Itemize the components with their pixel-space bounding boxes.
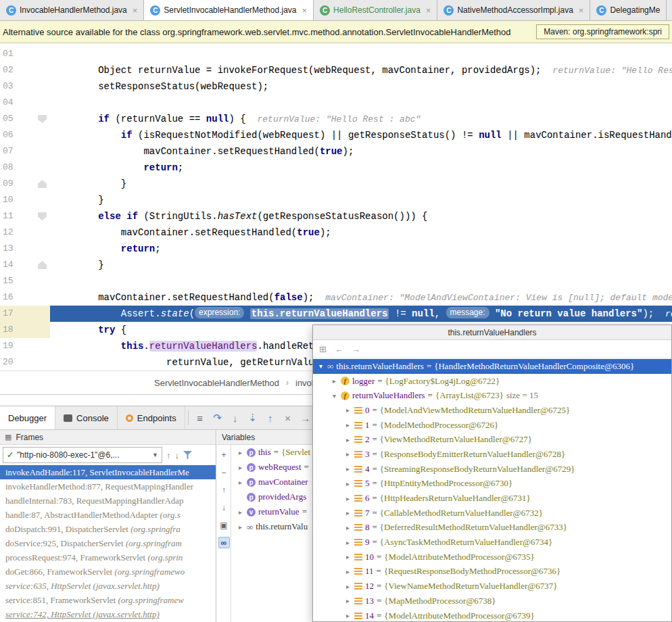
code-line[interactable]: 02 Object returnValue = invokeForRequest…: [0, 62, 672, 78]
popup-tree-row[interactable]: ▸13 = {MapMethodProcessor@6738}: [313, 594, 671, 608]
chevron-right-icon[interactable]: ▸: [344, 568, 352, 575]
drop-frame-icon[interactable]: ×: [279, 412, 297, 424]
editor-tab[interactable]: CHelloRestController.java×: [314, 0, 437, 20]
popup-tree-row[interactable]: ▸5 = {HttpEntityMethodProcessor@6730}: [313, 477, 671, 492]
stack-frame-row[interactable]: service:851, FrameworkServlet (org.sprin…: [0, 593, 216, 607]
popup-tree-row[interactable]: ▸9 = {AsyncTaskMethodReturnValueHandler@…: [313, 535, 671, 550]
editor-tab[interactable]: CNativeMethodAccessorImpl.java×: [437, 0, 590, 20]
code-line[interactable]: 11 else if (StringUtils.hasText(getRespo…: [0, 208, 672, 224]
code-line[interactable]: 04: [0, 95, 672, 111]
chevron-right-icon[interactable]: ▸: [344, 465, 352, 473]
popup-tree-row[interactable]: ▾∞this.returnValueHandlers = {HandlerMet…: [313, 359, 671, 374]
chevron-right-icon[interactable]: ▸: [344, 495, 352, 502]
step-out-icon[interactable]: ↑: [262, 412, 279, 424]
run-to-cursor-icon[interactable]: →: [297, 412, 314, 424]
step-over-icon[interactable]: ↷: [209, 412, 226, 424]
force-step-into-icon[interactable]: ⇣: [244, 412, 262, 424]
stack-frame-row[interactable]: doService:925, DispatcherServlet (org.sp…: [0, 536, 216, 550]
code-line[interactable]: 15: [0, 273, 672, 289]
code-line[interactable]: 09 }: [0, 176, 672, 192]
code-line[interactable]: 10 }: [0, 192, 672, 208]
editor-tab[interactable]: CServletInvocableHandlerMethod.java×: [144, 0, 314, 20]
popup-tree-row[interactable]: ▸3 = {ResponseBodyEmitterReturnValueHand…: [313, 447, 671, 462]
code-line[interactable]: 05 if (returnValue == null) { returnValu…: [0, 111, 672, 127]
chevron-right-icon[interactable]: ▸: [344, 406, 352, 414]
view-as-tree-icon[interactable]: ⊞: [319, 344, 327, 354]
stack-frame-row[interactable]: handle:87, AbstractHandlerMethodAdapter …: [0, 508, 216, 522]
popup-tree-row[interactable]: ▸1 = {ModelMethodProcessor@6726}: [313, 418, 671, 433]
thread-selector[interactable]: ✓ "http-nio-8080-exec-1"@6,... ▼: [3, 447, 162, 463]
popup-tree-row[interactable]: ▸7 = {CallableMethodReturnValueHandler@6…: [313, 506, 671, 521]
popup-tree-row[interactable]: ▸8 = {DeferredResultMethodReturnValueHan…: [313, 521, 671, 535]
popup-tree-row[interactable]: ▸6 = {HttpHeadersReturnValueHandler@6731…: [313, 491, 671, 506]
code-editor[interactable]: 0102 Object returnValue = invokeForReque…: [0, 43, 672, 370]
close-icon[interactable]: ×: [302, 5, 307, 16]
popup-tree-row[interactable]: ▾freturnValueHandlers = {ArrayList@6723}…: [313, 388, 671, 403]
chevron-right-icon[interactable]: ▸: [237, 508, 244, 516]
stack-frame-row[interactable]: service:635, HttpServlet (javax.servlet.…: [0, 579, 216, 593]
add-watch-icon[interactable]: +: [218, 449, 230, 460]
code-line[interactable]: 07 mavContainer.setRequestHandled(true);: [0, 143, 672, 160]
copy-icon[interactable]: ▣: [218, 519, 230, 531]
show-watches-icon[interactable]: ∞: [218, 537, 230, 548]
chevron-right-icon[interactable]: ▸: [344, 583, 352, 590]
stack-frame-row[interactable]: doDispatch:991, DispatcherServlet (org.s…: [0, 522, 216, 536]
popup-tree-row[interactable]: ▸11 = {RequestResponseBodyMethodProcesso…: [313, 565, 671, 579]
chevron-right-icon[interactable]: ▸: [344, 597, 352, 604]
chevron-right-icon[interactable]: ▸: [237, 464, 244, 471]
popup-tree-row[interactable]: ▸0 = {ModelAndViewMethodReturnValueHandl…: [313, 403, 671, 418]
popup-tree-row[interactable]: ▸flogger = {LogFactory$Log4jLog@6722}: [313, 374, 671, 389]
move-watch-down-icon[interactable]: ↓: [218, 502, 230, 513]
code-line[interactable]: 14 }: [0, 257, 672, 273]
chevron-right-icon[interactable]: ▸: [331, 377, 338, 385]
chevron-right-icon[interactable]: ▸: [344, 436, 352, 444]
chevron-right-icon[interactable]: ▸: [344, 524, 352, 531]
remove-watch-icon[interactable]: −: [218, 466, 230, 478]
editor-tab[interactable]: CDelegatingMe: [590, 0, 667, 20]
stack-frame-row[interactable]: processRequest:974, FrameworkServlet (or…: [0, 550, 216, 565]
tool-tab-endpoints[interactable]: Endpoints: [118, 406, 185, 429]
code-line[interactable]: 16 mavContainer.setRequestHandled(false)…: [0, 289, 672, 306]
move-watch-up-icon[interactable]: ↑: [218, 484, 230, 496]
chevron-right-icon[interactable]: ▸: [344, 450, 352, 458]
code-line[interactable]: 01: [0, 46, 672, 62]
tool-tab-debugger[interactable]: Debugger: [0, 406, 55, 429]
stack-frame-row[interactable]: doGet:866, FrameworkServlet (org.springf…: [0, 565, 216, 579]
previous-frame-icon[interactable]: ↑: [166, 450, 171, 460]
chevron-right-icon[interactable]: ▸: [344, 421, 352, 429]
popup-tree-row[interactable]: ▸4 = {StreamingResponseBodyReturnValueHa…: [313, 462, 671, 477]
close-icon[interactable]: ×: [426, 5, 431, 16]
popup-tree-row[interactable]: ▸10 = {ModelAttributeMethodProcessor@673…: [313, 550, 671, 565]
forward-icon[interactable]: →: [352, 344, 360, 354]
close-icon[interactable]: ×: [133, 5, 138, 16]
chevron-right-icon[interactable]: ▸: [344, 509, 352, 517]
hide-library-frames-icon[interactable]: [183, 451, 192, 459]
popup-tree-row[interactable]: ▸14 = {ModelAttributeMethodProcessor@673…: [313, 608, 671, 621]
alternative-source-button[interactable]: Maven: org.springframework:spri: [536, 24, 669, 39]
next-frame-icon[interactable]: ↓: [175, 450, 180, 460]
chevron-right-icon[interactable]: ▸: [237, 479, 244, 486]
editor-tab[interactable]: CInvocableHandlerMethod.java×: [0, 0, 144, 20]
stack-frame-row[interactable]: handleInternal:783, RequestMappingHandle…: [0, 494, 216, 508]
code-line[interactable]: 03 setResponseStatus(webRequest);: [0, 78, 672, 95]
step-into-icon[interactable]: ↓: [226, 412, 244, 424]
chevron-right-icon[interactable]: ▸: [344, 553, 352, 560]
popup-tree-row[interactable]: ▸2 = {ViewMethodReturnValueHandler@6727}: [313, 432, 671, 447]
chevron-right-icon[interactable]: ▸: [237, 523, 244, 531]
chevron-down-icon[interactable]: ▾: [331, 392, 338, 400]
chevron-right-icon[interactable]: ▸: [237, 449, 244, 456]
code-line[interactable]: 06 if (isRequestNotModified(webRequest) …: [0, 127, 672, 143]
chevron-right-icon[interactable]: ▸: [344, 539, 352, 546]
stack-frame-row[interactable]: invokeAndHandle:117, ServletInvocableHan…: [0, 465, 216, 479]
tool-tab-console[interactable]: Console: [55, 406, 118, 429]
chevron-right-icon[interactable]: ▸: [344, 612, 352, 619]
chevron-right-icon[interactable]: ▸: [344, 480, 352, 487]
stack-frame-row[interactable]: service:742, HttpServlet (javax.servlet.…: [0, 607, 216, 621]
stack-frame-row[interactable]: invokeHandlerMethod:877, RequestMappingH…: [0, 479, 216, 494]
chevron-down-icon[interactable]: ▾: [317, 362, 325, 370]
popup-tree-row[interactable]: ▸12 = {ViewNameMethodReturnValueHandler@…: [313, 579, 671, 594]
code-line[interactable]: 13 return;: [0, 241, 672, 257]
breadcrumb-class[interactable]: ServletInvocableHandlerMethod: [154, 378, 279, 388]
code-line[interactable]: 08 return;: [0, 160, 672, 176]
code-line[interactable]: 17 Assert.state(expression: this.returnV…: [0, 306, 672, 322]
